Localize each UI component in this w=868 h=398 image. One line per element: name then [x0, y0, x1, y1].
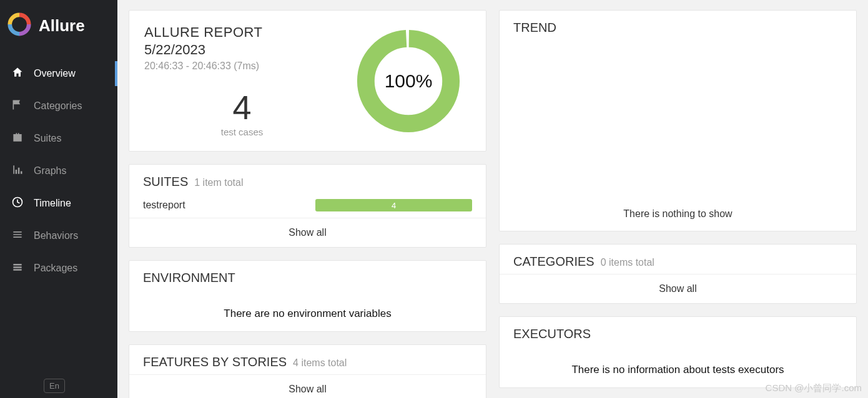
suites-head: SUITES 1 item total [129, 165, 486, 194]
right-column: TREND There is nothing to show CATEGORIE… [499, 10, 857, 388]
list-icon [11, 228, 24, 243]
features-show-all[interactable]: Show all [129, 374, 486, 398]
testcases-block: 4 test cases [144, 90, 340, 137]
trend-head: TREND [500, 11, 856, 40]
briefcase-icon [11, 131, 24, 146]
environment-title: ENVIRONMENT [143, 271, 235, 285]
executors-title: EXECUTORS [513, 327, 591, 341]
nav-graphs[interactable]: Graphs [0, 155, 117, 187]
suites-subtitle: 1 item total [194, 177, 243, 188]
executors-card: EXECUTORS There is no information about … [499, 316, 857, 388]
sidebar: Allure Overview Categories Suites Graphs… [0, 0, 117, 398]
executors-head: EXECUTORS [500, 317, 856, 346]
flag-icon [11, 99, 24, 114]
executors-message: There is no information about tests exec… [500, 346, 856, 387]
trend-card: TREND There is nothing to show [499, 10, 857, 231]
allure-logo-icon [7, 12, 31, 39]
report-title: ALLURE REPORT [144, 24, 340, 41]
categories-subtitle: 0 items total [601, 257, 654, 268]
trend-message: There is nothing to show [623, 208, 732, 220]
layers-icon [11, 261, 24, 276]
features-title: FEATURES BY STORIES [143, 355, 287, 369]
nav: Overview Categories Suites Graphs Timeli… [0, 57, 117, 284]
pass-percentage: 100% [385, 70, 433, 92]
nav-behaviors[interactable]: Behaviors [0, 220, 117, 252]
suite-count: 4 [392, 201, 396, 210]
suite-row[interactable]: testreport 4 [129, 194, 486, 218]
suite-bar: 4 [315, 199, 472, 211]
environment-message: There are no environment variables [129, 290, 486, 331]
report-date: 5/22/2023 [144, 42, 340, 58]
nav-label: Packages [34, 263, 77, 274]
language-selector[interactable]: En [44, 379, 65, 393]
suites-show-all[interactable]: Show all [129, 218, 486, 247]
testcases-label: test cases [144, 127, 340, 137]
donut-chart: 100% [346, 24, 471, 137]
nav-label: Suites [34, 133, 61, 144]
suites-title: SUITES [143, 175, 188, 189]
environment-card: ENVIRONMENT There are no environment var… [129, 260, 486, 332]
features-head: FEATURES BY STORIES 4 items total [129, 345, 486, 374]
suite-name: testreport [143, 200, 305, 211]
nav-label: Timeline [34, 198, 71, 209]
nav-label: Categories [34, 100, 82, 112]
brand-title: Allure [39, 16, 85, 36]
categories-head: CATEGORIES 0 items total [500, 245, 856, 274]
nav-categories[interactable]: Categories [0, 90, 117, 122]
categories-show-all[interactable]: Show all [500, 274, 856, 303]
brand[interactable]: Allure [0, 0, 117, 51]
testcases-count: 4 [144, 90, 340, 124]
nav-suites[interactable]: Suites [0, 122, 117, 155]
environment-head: ENVIRONMENT [129, 261, 486, 290]
features-card: FEATURES BY STORIES 4 items total Show a… [129, 344, 486, 398]
summary-info: ALLURE REPORT 5/22/2023 20:46:33 - 20:46… [144, 24, 340, 137]
trend-body: There is nothing to show [500, 40, 856, 231]
nav-packages[interactable]: Packages [0, 252, 117, 284]
features-subtitle: 4 items total [293, 357, 347, 369]
categories-card: CATEGORIES 0 items total Show all [499, 244, 857, 304]
suites-card: SUITES 1 item total testreport 4 Show al… [129, 164, 486, 248]
left-column: ALLURE REPORT 5/22/2023 20:46:33 - 20:46… [129, 10, 486, 388]
barchart-icon [11, 163, 24, 178]
main: ALLURE REPORT 5/22/2023 20:46:33 - 20:46… [117, 0, 868, 398]
summary-card: ALLURE REPORT 5/22/2023 20:46:33 - 20:46… [129, 10, 486, 152]
nav-label: Graphs [34, 165, 66, 177]
nav-label: Behaviors [34, 230, 78, 241]
nav-label: Overview [34, 68, 76, 79]
report-time-range: 20:46:33 - 20:46:33 (7ms) [144, 61, 340, 72]
clock-icon [11, 196, 24, 211]
nav-overview[interactable]: Overview [0, 57, 117, 90]
categories-title: CATEGORIES [513, 255, 594, 269]
trend-title: TREND [513, 21, 556, 35]
home-icon [11, 66, 24, 81]
nav-timeline[interactable]: Timeline [0, 187, 117, 220]
